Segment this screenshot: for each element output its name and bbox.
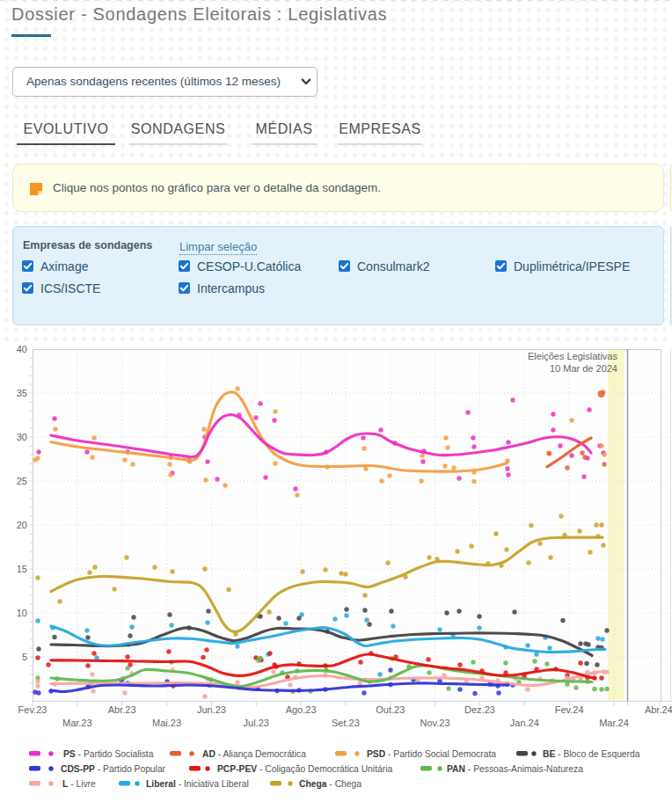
svg-text:20: 20 — [17, 520, 27, 530]
svg-text:10: 10 — [17, 608, 27, 618]
svg-text:Ago.23: Ago.23 — [286, 704, 317, 715]
svg-text:Set.23: Set.23 — [332, 718, 360, 728]
svg-text:15: 15 — [17, 564, 27, 574]
svg-text:Fev.24: Fev.24 — [555, 704, 584, 715]
svg-text:Jan.24: Jan.24 — [510, 718, 539, 728]
svg-text:PCP-PEV - Coligação Democrátic: PCP-PEV - Coligação Democrática Unitária — [217, 764, 392, 774]
svg-text:Chega - Chega: Chega - Chega — [299, 779, 362, 789]
svg-text:30: 30 — [17, 432, 27, 442]
svg-text:AD - Aliança Democrática: AD - Aliança Democrática — [202, 749, 306, 759]
svg-text:Mai.23: Mai.23 — [152, 718, 181, 728]
svg-text:CDS-PP - Partido Popular: CDS-PP - Partido Popular — [61, 764, 166, 774]
svg-text:Liberal - Iniciativa Liberal: Liberal - Iniciativa Liberal — [146, 779, 249, 789]
svg-text:35: 35 — [17, 388, 27, 398]
svg-text:Jun.23: Jun.23 — [197, 704, 226, 715]
svg-text:Out.23: Out.23 — [376, 704, 405, 715]
svg-text:Abr.24: Abr.24 — [645, 704, 672, 715]
svg-text:Nov.23: Nov.23 — [420, 718, 450, 728]
svg-text:Mar.23: Mar.23 — [62, 718, 92, 728]
svg-text:L - Livre: L - Livre — [62, 779, 96, 789]
svg-text:25: 25 — [17, 476, 27, 486]
svg-text:Eleições Legislativas: Eleições Legislativas — [528, 351, 618, 361]
svg-text:Mar.24: Mar.24 — [599, 718, 629, 728]
svg-text:PAN - Pessoas-Animais-Natureza: PAN - Pessoas-Animais-Natureza — [447, 764, 583, 774]
svg-text:PSD - Partido Social Democrata: PSD - Partido Social Democrata — [367, 749, 496, 759]
svg-text:10 Mar de 2024: 10 Mar de 2024 — [550, 363, 617, 374]
svg-text:Abr.23: Abr.23 — [108, 704, 136, 715]
svg-text:BE - Bloco de Esquerda: BE - Bloco de Esquerda — [543, 749, 640, 759]
svg-text:5: 5 — [22, 652, 27, 662]
svg-text:Dez.23: Dez.23 — [464, 704, 495, 715]
svg-text:Fev.23: Fev.23 — [18, 704, 47, 715]
svg-text:Jul.23: Jul.23 — [244, 718, 269, 728]
svg-text:PS - Partido Socialista: PS - Partido Socialista — [63, 749, 154, 759]
svg-text:40: 40 — [17, 344, 27, 354]
